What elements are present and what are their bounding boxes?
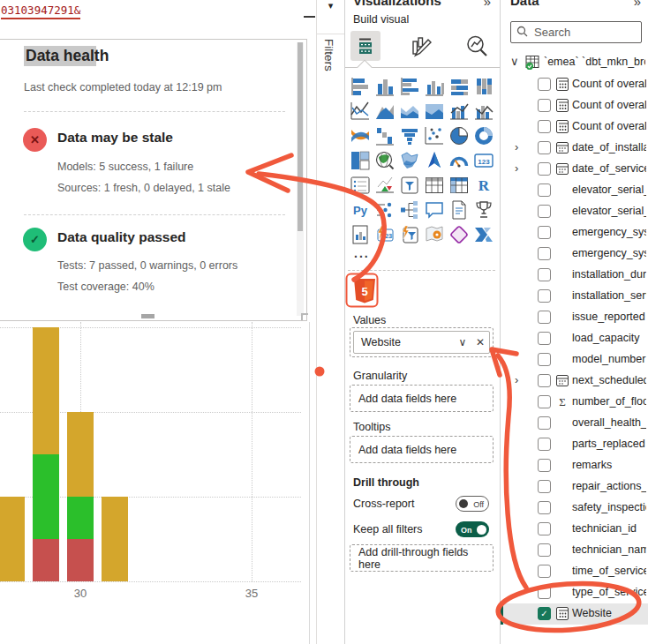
chevron-right-icon[interactable]: › — [515, 140, 518, 154]
field-row-parts_replaced[interactable]: parts_replaced — [501, 434, 648, 455]
100-stacked-bar-chart-icon[interactable] — [448, 76, 470, 97]
tooltips-field-well[interactable]: Add data fields here — [350, 436, 494, 463]
stacked-column-chart-icon[interactable] — [374, 76, 396, 97]
stacked-area-chart-icon[interactable] — [399, 101, 420, 122]
field-checkbox[interactable] — [538, 480, 551, 493]
values-field-well[interactable]: Website ∨ ✕ — [350, 327, 494, 357]
chevron-down-icon[interactable]: ∨ — [454, 336, 471, 348]
field-checkbox[interactable] — [538, 162, 551, 176]
field-row-model_number[interactable]: model_number — [501, 349, 648, 371]
scatter-chart-icon[interactable] — [424, 125, 445, 146]
field-row-safety_inspectio[interactable]: safety_inspectio... — [501, 498, 648, 519]
treemap-icon[interactable] — [350, 150, 371, 171]
ribbon-chart-icon[interactable] — [350, 125, 371, 146]
get-more-visuals-button[interactable]: ... — [354, 246, 370, 260]
drill-through-field-well[interactable]: Add drill-through fields here — [350, 544, 494, 572]
field-checkbox[interactable] — [538, 311, 551, 324]
dynamic-card-icon[interactable]: 123 — [374, 224, 396, 245]
field-row-load_capacity[interactable]: load_capacity — [501, 328, 648, 349]
qa-visual-icon[interactable] — [424, 199, 445, 221]
field-row-type_of_service[interactable]: type_of_service — [501, 582, 648, 603]
r-script-visual-icon[interactable]: R — [473, 175, 494, 196]
table-node-root[interactable]: ∨ `emea` `dbt_mkn_bron... — [501, 52, 648, 73]
field-checkbox[interactable] — [538, 416, 551, 430]
tab-format-visual[interactable] — [405, 31, 435, 61]
field-checkbox[interactable] — [538, 226, 551, 239]
field-row-date_of_installa[interactable]: ›date_of_installa... — [501, 138, 648, 159]
azure-map-icon[interactable] — [424, 150, 445, 171]
map-icon[interactable] — [374, 150, 396, 171]
field-checkbox[interactable] — [538, 120, 551, 133]
field-row-issue_reported[interactable]: issue_reported — [501, 307, 648, 328]
field-row-next_scheduled[interactable]: ›next_scheduled... — [501, 371, 648, 392]
collapse-pane-icon[interactable]: » — [634, 0, 641, 9]
field-checkbox[interactable] — [538, 565, 551, 578]
field-checkbox[interactable] — [538, 438, 551, 451]
bar-segment-green-x30[interactable] — [67, 497, 94, 539]
paginated-report-icon[interactable] — [448, 199, 470, 221]
multi-row-card-icon[interactable] — [350, 175, 371, 196]
100-stacked-area-chart-icon[interactable] — [424, 101, 445, 122]
kpi-icon[interactable] — [374, 175, 396, 196]
card-horizontal-scrollbar-thumb[interactable] — [141, 314, 154, 318]
field-checkbox[interactable] — [538, 183, 551, 197]
key-influencers-icon[interactable] — [374, 199, 396, 221]
clustered-column-chart-icon[interactable] — [424, 76, 445, 97]
card-resize-corner[interactable] — [301, 313, 308, 320]
bar-segment-gold-x28[interactable] — [0, 497, 25, 581]
field-checkbox[interactable]: ✓ — [538, 607, 551, 620]
tab-analytics[interactable] — [462, 31, 492, 61]
filters-pane-label[interactable]: Filters — [322, 39, 335, 71]
field-row-time_of_service[interactable]: time_of_service — [501, 561, 648, 582]
field-row-overall_health_c[interactable]: overall_health_c... — [501, 413, 648, 434]
field-row-elevator_serial_[interactable]: elevator_serial_... — [501, 201, 648, 222]
field-checkbox[interactable] — [538, 501, 551, 514]
line-chart-icon[interactable] — [350, 101, 371, 122]
field-row-repair_actions_t[interactable]: repair_actions_t... — [501, 476, 648, 498]
collapse-pane-icon[interactable]: » — [484, 0, 491, 9]
bar-segment-red-x29[interactable] — [33, 539, 59, 581]
pie-chart-icon[interactable] — [448, 125, 470, 146]
field-row-website[interactable]: ✓Website — [501, 603, 648, 625]
funnel-chart-icon[interactable] — [399, 125, 420, 146]
field-row-technician_name[interactable]: technician_name — [501, 540, 648, 561]
field-row-countofoveral[interactable]: Count of overal... — [501, 74, 648, 95]
field-checkbox[interactable] — [538, 586, 551, 599]
clustered-bar-chart-icon[interactable] — [399, 76, 420, 97]
field-row-number_of_floo[interactable]: Σnumber_of_floo... — [501, 392, 648, 413]
remove-field-icon[interactable]: ✕ — [471, 336, 489, 348]
python-visual-icon[interactable]: Py — [350, 199, 371, 221]
100-stacked-column-chart-icon[interactable] — [473, 76, 494, 97]
donut-chart-icon[interactable] — [473, 125, 494, 146]
chevron-right-icon[interactable]: › — [515, 161, 518, 175]
field-checkbox[interactable] — [538, 374, 551, 387]
field-row-countofoveral[interactable]: Count of overal... — [501, 95, 648, 116]
field-row-technician_id[interactable]: technician_id — [501, 519, 648, 540]
field-checkbox[interactable] — [538, 332, 551, 345]
field-checkbox[interactable] — [538, 289, 551, 303]
filled-map-icon[interactable] — [399, 150, 420, 171]
field-row-emergency_syst[interactable]: emergency_syst... — [501, 243, 648, 265]
search-input[interactable] — [532, 25, 641, 40]
gauge-icon[interactable] — [448, 150, 470, 171]
line-and-stacked-column-chart-icon[interactable] — [448, 101, 470, 122]
chevron-down-icon[interactable]: ∨ — [510, 55, 519, 68]
stacked-bar-chart-icon[interactable] — [350, 76, 371, 97]
field-checkbox[interactable] — [538, 522, 551, 535]
field-row-remarks[interactable]: remarks — [501, 455, 648, 476]
field-checkbox[interactable] — [538, 78, 551, 91]
field-row-countofoveral[interactable]: Count of overal... — [501, 116, 648, 138]
html-content-custom-visual-icon[interactable]: 5 — [351, 277, 378, 304]
field-row-date_of_service[interactable]: ›date_of_service — [501, 159, 648, 180]
bar-segment-red-x30[interactable] — [67, 539, 94, 581]
waterfall-chart-icon[interactable] — [374, 125, 396, 146]
bar-segment-gold-x29[interactable] — [33, 327, 59, 454]
granularity-field-well[interactable]: Add data fields here — [350, 385, 494, 412]
field-row-elevator_serial_[interactable]: elevator_serial_... — [501, 180, 648, 201]
field-checkbox[interactable] — [538, 353, 551, 366]
field-checkbox[interactable] — [538, 395, 551, 408]
line-and-clustered-column-chart-icon[interactable] — [473, 101, 494, 122]
field-checkbox[interactable] — [538, 543, 551, 557]
scrollbar-thumb[interactable] — [298, 42, 303, 231]
keep-all-filters-toggle[interactable]: On — [456, 521, 489, 537]
